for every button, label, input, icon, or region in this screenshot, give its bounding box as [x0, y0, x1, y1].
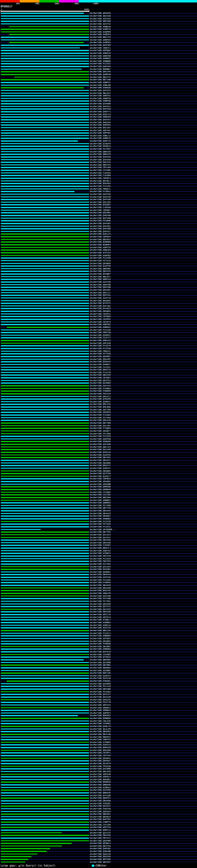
hit-label[interactable]: UniRef100_Q6T7V5 — [90, 507, 110, 509]
hit-label[interactable]: UniRef100_Q4VV48 — [90, 198, 110, 201]
hit-bar[interactable] — [1, 731, 89, 732]
hit-label[interactable]: UniRef100_Q5Z9R0 — [90, 661, 110, 663]
hit-label[interactable]: UniRef100_C6TD73 — [90, 320, 110, 323]
hit-bar[interactable] — [1, 124, 89, 126]
hit-bar[interactable] — [1, 162, 89, 163]
hit-bar[interactable] — [1, 244, 89, 245]
hit-row[interactable]: UniRef100_Q1HVD0 — [0, 102, 197, 105]
hit-bar[interactable] — [1, 702, 89, 703]
hit-label[interactable]: UniRef100_A9T769 — [90, 409, 110, 411]
hit-row[interactable]: UniRef100_P14279 — [0, 345, 197, 347]
hit-bar[interactable] — [1, 840, 89, 841]
hit-row[interactable]: UniRef100_Q8LCZ4 — [0, 445, 197, 448]
hit-row[interactable]: UniRef100_Q5JLP6 — [0, 727, 197, 731]
hit-label[interactable]: UniRef100_Q67FF6 — [90, 845, 110, 847]
hit-label[interactable]: UniRef100_A9NPC6 — [90, 97, 110, 100]
hit-row[interactable]: UniRef100_P12329 — [0, 435, 197, 438]
hit-row[interactable]: UniRef100_Q84P21 — [0, 797, 197, 800]
hit-label[interactable]: UniRef100_P27493 — [90, 523, 110, 525]
hit-label[interactable]: UniRef100_B9GTZ2 — [90, 369, 110, 371]
hit-row[interactable]: UniRef100_Q57572 — [0, 606, 197, 608]
hit-label[interactable]: UniRef100_Q1KLZ3 — [90, 233, 110, 235]
hit-label[interactable]: UniRef100_B6SJZ4 — [90, 629, 110, 632]
hit-label[interactable]: UniRef100_O64445 — [90, 509, 110, 512]
hit-bar[interactable] — [1, 603, 89, 605]
hit-bar[interactable] — [1, 824, 89, 826]
hit-bar[interactable] — [1, 23, 89, 25]
hit-label[interactable]: UniRef100_Q2QLY4 — [90, 725, 110, 727]
hit-bar[interactable] — [1, 372, 89, 373]
hit-label[interactable]: UniRef100_A9B8B3 — [90, 518, 110, 520]
hit-label[interactable]: UniRef100_O49235 — [90, 698, 110, 701]
hit-bar[interactable] — [1, 486, 89, 488]
hit-row[interactable]: UniRef100_P27520 — [0, 352, 197, 355]
hit-bar[interactable] — [1, 686, 89, 687]
hit-row[interactable]: UniRef100_B8A9D4 — [0, 666, 197, 670]
hit-bar[interactable] — [1, 367, 89, 368]
hit-row[interactable]: UniRef100_C1K5E9 — [0, 172, 197, 174]
hit-label[interactable]: UniRef100_A9BDJ0 — [90, 25, 110, 28]
hit-label[interactable]: UniRef100_Q38LW0 — [90, 850, 110, 852]
hit-bar[interactable] — [1, 103, 89, 104]
hit-label[interactable]: UniRef100_A9NPE9 — [90, 39, 110, 41]
hit-row[interactable]: UniRef100_Q9FVV4 — [0, 704, 197, 707]
hit-bar[interactable] — [1, 816, 89, 817]
hit-row[interactable]: UniRef100_Q9M500 — [0, 486, 197, 488]
hit-row[interactable]: UniRef100_P27519 — [0, 259, 197, 262]
hit-bar[interactable] — [1, 819, 89, 820]
hit-label[interactable]: UniRef100_O04687 — [90, 515, 110, 517]
hit-label[interactable]: UniRef100_Q39713 — [90, 113, 110, 116]
hit-row[interactable]: UniRef100_A2SY36 — [0, 281, 197, 284]
hit-bar[interactable] — [1, 781, 89, 783]
hit-row[interactable]: UniRef100_B6TLH8 — [0, 733, 197, 736]
hit-row[interactable]: UniRef100_O46184 — [0, 121, 197, 124]
hit-bar[interactable] — [1, 305, 89, 307]
hit-label[interactable]: UniRef100_B9H3K2 — [90, 714, 110, 717]
hit-bar[interactable] — [1, 85, 89, 86]
hit-row[interactable]: UniRef100_B7FH75 — [0, 302, 197, 305]
hit-row[interactable]: UniRef100_B6T1H6 — [0, 79, 197, 81]
hit-row[interactable]: UniRef100_C0HFV5 — [0, 738, 197, 741]
hit-row[interactable]: UniRef100_B9SF47 — [0, 464, 197, 467]
hit-bar[interactable] — [1, 130, 89, 131]
hit-bar[interactable] — [1, 393, 89, 395]
hit-label[interactable]: UniRef100_P27496 — [90, 504, 110, 507]
hit-label[interactable]: UniRef100_Q06904 — [90, 268, 110, 270]
hit-row[interactable]: UniRef100_A4QPK5 — [0, 41, 197, 44]
hit-row[interactable]: UniRef100_A9NK15 — [0, 137, 197, 140]
hit-row[interactable]: UniRef100_Q9M6X0 — [0, 488, 197, 491]
hit-bar[interactable] — [1, 808, 89, 809]
hit-label[interactable]: UniRef100_O04686 — [90, 462, 110, 464]
hit-label[interactable]: UniRef100_Q4VV60 — [90, 227, 110, 230]
hit-row[interactable]: UniRef100_A9PHL4 — [0, 776, 197, 778]
hit-bar[interactable] — [1, 55, 89, 57]
hit-row[interactable]: UniRef100_B4F1W1 — [0, 305, 197, 307]
hit-label[interactable]: UniRef100_P30699 — [90, 390, 110, 392]
hit-label[interactable]: UniRef100_Q40P56 — [90, 73, 110, 76]
hit-label[interactable]: UniRef100_Q9ZPX0 — [90, 438, 110, 440]
hit-label[interactable]: UniRef100_O04998 — [90, 800, 110, 802]
hit-label[interactable]: UniRef100_Q9LKH9 — [90, 602, 110, 605]
hit-label[interactable]: UniRef100_B6SRL6 — [90, 816, 110, 818]
hit-label[interactable]: UniRef100_C6TBY1 — [90, 752, 110, 754]
hit-bar[interactable] — [1, 651, 89, 652]
hit-row[interactable]: UniRef100_B4FA19 — [0, 651, 197, 653]
hit-label[interactable]: UniRef100_C7SQ83 — [90, 427, 110, 430]
hit-row[interactable]: UniRef100_O64447 — [0, 459, 197, 462]
hit-bar[interactable] — [1, 414, 89, 416]
hit-row[interactable]: UniRef100_B9I155 — [0, 403, 197, 406]
hit-row[interactable]: UniRef100_Q7XJQ9 — [0, 794, 197, 797]
hit-label[interactable]: UniRef100_Q8W158 — [90, 150, 110, 153]
hit-bar[interactable] — [1, 822, 89, 823]
hit-bar[interactable] — [1, 380, 89, 381]
hit-label[interactable]: UniRef100_Q4VV59 — [90, 156, 110, 158]
hit-bar[interactable] — [1, 619, 89, 620]
hit-label[interactable]: UniRef100_Q41823 — [90, 307, 110, 310]
hit-row[interactable]: UniRef100_C1K5B6 — [0, 174, 197, 177]
hit-label[interactable]: UniRef100_A9SGM0 — [90, 483, 110, 486]
hit-bar[interactable] — [1, 593, 89, 594]
hit-label[interactable]: UniRef100_C6TLM4 — [90, 166, 110, 169]
hit-bar[interactable] — [1, 811, 89, 812]
hit-label[interactable]: UniRef100_A9NZL0 — [90, 52, 110, 55]
hit-label[interactable]: UniRef100_A9PFW7 — [90, 132, 110, 134]
